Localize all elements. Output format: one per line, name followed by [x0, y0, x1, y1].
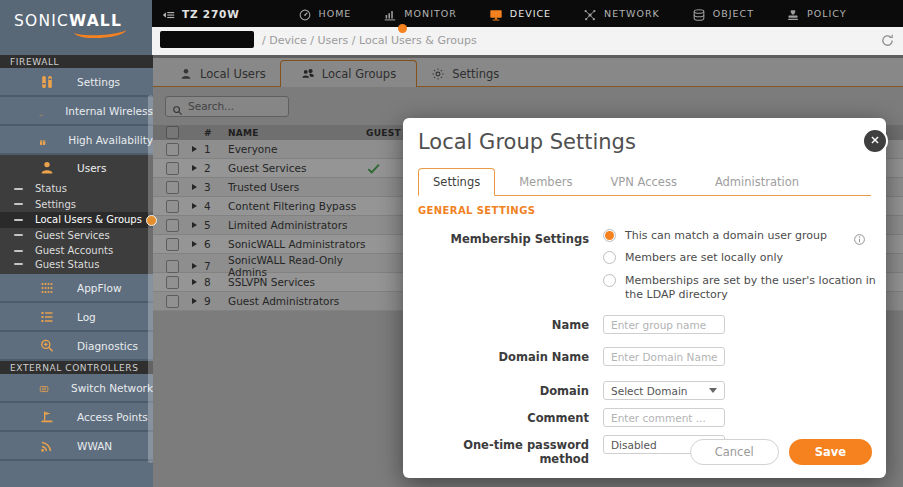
comment-row: Comment [403, 408, 886, 427]
sidebar-subitem-label: Guest Status [35, 259, 99, 270]
sidebar-item-diagnostics[interactable]: Diagnostics [0, 332, 153, 361]
sidebar-item-label: Settings [77, 76, 120, 88]
sidebar-item-guest-status[interactable]: Guest Status [0, 259, 153, 275]
log-icon [39, 309, 55, 325]
high-availability-icon [39, 132, 46, 148]
domain-name-row: Domain Name [403, 347, 886, 366]
nav-item-device[interactable]: DEVICE [489, 7, 551, 21]
radio-label: Members are set locally only [625, 251, 783, 265]
cancel-button[interactable]: Cancel [690, 439, 779, 465]
dash-icon [14, 219, 23, 221]
nav-item-policy[interactable]: POLICY [786, 7, 847, 21]
sidebar-item-wwan[interactable]: WWAN [0, 432, 153, 461]
sidebar-item-internal-wireless[interactable]: Internal Wireless [0, 97, 153, 126]
sidebar-subitem-label: Settings [35, 199, 76, 210]
sidebar-section-firewall: FIREWALL [0, 55, 153, 68]
sidebar-item-appflow[interactable]: AppFlow [0, 274, 153, 303]
sidebar-section-external-controllers: EXTERNAL CONTROLLERS [0, 361, 153, 374]
sidebar-item-users-settings[interactable]: Settings [0, 197, 153, 213]
nav-label: DEVICE [510, 8, 551, 19]
sidebar-item-label: Users [77, 162, 106, 174]
sidebar-item-status[interactable]: Status [0, 181, 153, 197]
firewall-name: TZ 270W [182, 8, 240, 20]
radio-selected[interactable] [603, 229, 616, 242]
field-label: Membership Settings [418, 229, 603, 302]
domain-name-input[interactable] [603, 347, 725, 366]
users-icon [39, 160, 55, 176]
radio-option-ldap-location[interactable]: Memberships are set by the user's locati… [603, 274, 886, 303]
section-title: GENERAL SETTINGS [418, 205, 871, 216]
access-points-icon [39, 409, 55, 425]
sidebar-item-users[interactable]: Users [0, 155, 153, 181]
dialog-tab-settings[interactable]: Settings [418, 168, 495, 196]
radio[interactable] [603, 251, 616, 264]
sidebar-item-switch-network[interactable]: Switch Network [0, 374, 153, 403]
switch-network-icon [39, 380, 49, 396]
sidebar-subitem-label: Local Users & Groups [35, 214, 142, 225]
top-navigation: TZ 270W HOME MONITOR DEVICE NETWORK [152, 0, 903, 27]
close-icon [868, 132, 882, 151]
appflow-icon [39, 280, 55, 296]
dialog-tab-members[interactable]: Members [505, 169, 586, 195]
radio-option-domain-match[interactable]: This can match a domain user group [603, 229, 886, 243]
sidebar-item-guest-accounts[interactable]: Guest Accounts [0, 243, 153, 259]
nav-item-network[interactable]: NETWORK [583, 7, 660, 21]
radio-option-local-only[interactable]: Members are set locally only [603, 251, 886, 265]
network-icon [583, 7, 597, 21]
field-label: One-time password method [418, 435, 603, 466]
nav-item-object[interactable]: OBJECT [692, 7, 754, 21]
field-label: Domain [418, 381, 603, 400]
sidebar-item-label: Internal Wireless [65, 105, 153, 117]
sidebar-item-log[interactable]: Log [0, 303, 153, 332]
breadcrumb-bar: / Device / Users / Local Users & Groups [152, 27, 903, 55]
sidebar-item-label: Access Points [77, 411, 148, 423]
active-nav-indicator-dot [398, 24, 407, 33]
sidebar-item-high-availability[interactable]: High Availability [0, 126, 153, 155]
nav-label: NETWORK [604, 8, 660, 19]
domain-select[interactable]: Select Domain [603, 381, 725, 400]
dialog-footer: Cancel Save [690, 439, 872, 465]
save-button[interactable]: Save [789, 439, 872, 465]
nav-label: POLICY [807, 8, 847, 19]
diagnostics-icon [39, 338, 55, 354]
policy-icon [786, 7, 800, 21]
sidebar-item-label: Log [77, 311, 96, 323]
dialog-tab-administration[interactable]: Administration [701, 169, 813, 195]
sidebar-item-guest-services[interactable]: Guest Services [0, 228, 153, 244]
comment-input[interactable] [603, 408, 725, 427]
settings-form: Membership Settings This can match a dom… [403, 229, 886, 466]
nav-label: MONITOR [404, 8, 456, 19]
sliders-icon [39, 74, 55, 90]
device-selector[interactable]: TZ 270W [152, 7, 240, 21]
dialog-tabbar: Settings Members VPN Access Administrati… [418, 168, 871, 196]
selected-item-notification-dot [146, 215, 157, 226]
sidebar-item-local-users-groups[interactable]: Local Users & Groups [0, 212, 153, 228]
dash-icon [14, 188, 23, 190]
sidebar-item-label: Switch Network [71, 382, 153, 394]
sidebar-item-settings[interactable]: Settings [0, 68, 153, 97]
sidebar-item-access-points[interactable]: Access Points [0, 403, 153, 432]
nav-item-home[interactable]: HOME [298, 7, 352, 21]
radio-label: This can match a domain user group [625, 229, 827, 243]
redacted-firewall-id [160, 31, 254, 48]
chevron-down-icon [709, 388, 717, 393]
breadcrumb[interactable]: / Device / Users / Local Users & Groups [262, 34, 477, 47]
sonicwall-logo[interactable]: SONICWALL [0, 0, 152, 55]
dialog-title: Local Group Settings [418, 130, 871, 154]
refresh-icon[interactable] [880, 33, 895, 48]
local-group-settings-dialog: Local Group Settings Settings Members VP… [403, 118, 886, 478]
radio[interactable] [603, 274, 616, 287]
dialog-tab-vpn-access[interactable]: VPN Access [596, 169, 690, 195]
dash-icon [14, 263, 23, 265]
select-value: Select Domain [611, 385, 687, 397]
device-icon [489, 7, 503, 21]
close-button[interactable] [862, 128, 888, 154]
monitor-icon [383, 7, 397, 21]
name-row: Name [403, 315, 886, 334]
nav-item-monitor[interactable]: MONITOR [383, 7, 456, 21]
group-name-input[interactable] [603, 315, 725, 334]
app-window: SONICWALL TZ 270W HOME MONITOR DE [0, 0, 903, 487]
select-value: Disabled [611, 439, 657, 451]
info-icon[interactable] [853, 231, 866, 244]
sidebar-item-label: Diagnostics [77, 340, 138, 352]
